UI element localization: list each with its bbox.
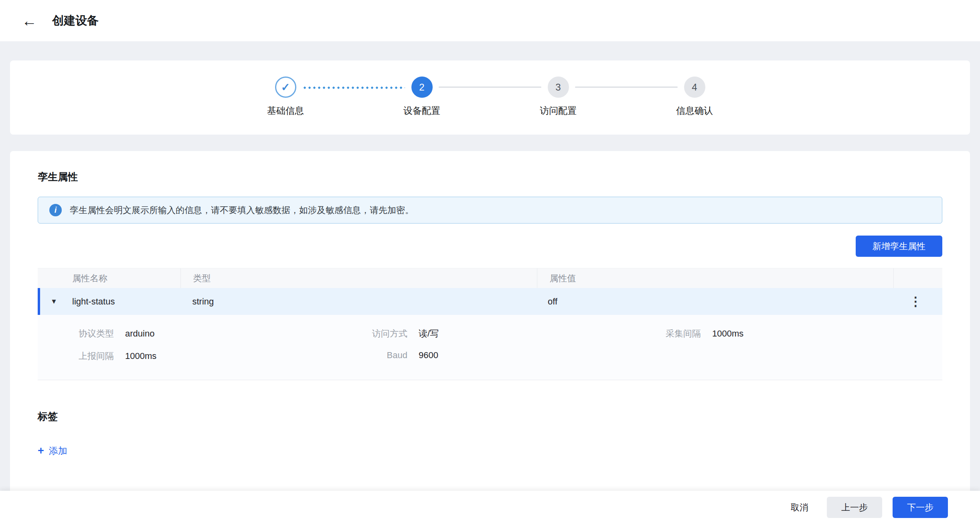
step-device-config[interactable]: 2 设备配置 bbox=[405, 77, 439, 117]
step-connector bbox=[439, 87, 541, 88]
page-content: ✓ 基础信息 2 设备配置 3 访问配置 4 信息确认 孪生属性 bbox=[0, 60, 980, 494]
step-done-circle: ✓ bbox=[275, 77, 296, 98]
expand-toggle-icon[interactable]: ▼ bbox=[51, 298, 63, 306]
row-expanded-details: 协议类型 arduino 访问方式 读/写 采集间隔 1000ms 上报间隔 1… bbox=[38, 315, 942, 380]
add-tag-link[interactable]: + 添加 bbox=[38, 445, 67, 457]
detail-access-mode: 访问方式 读/写 bbox=[355, 328, 649, 340]
step-connector bbox=[575, 87, 678, 88]
step-label: 信息确认 bbox=[676, 105, 713, 117]
add-tag-label: 添加 bbox=[49, 445, 67, 457]
step-basic-info[interactable]: ✓ 基础信息 bbox=[269, 77, 302, 117]
header-bar: ← 创建设备 bbox=[0, 0, 980, 41]
details-grid: 协议类型 arduino 访问方式 读/写 采集间隔 1000ms 上报间隔 1… bbox=[38, 328, 942, 362]
back-icon[interactable]: ← bbox=[22, 13, 37, 28]
step-label: 设备配置 bbox=[403, 105, 440, 117]
step-label: 基础信息 bbox=[267, 105, 304, 117]
plus-icon: + bbox=[38, 445, 44, 456]
step-active-circle: 2 bbox=[411, 77, 433, 98]
column-header-name: 属性名称 bbox=[38, 268, 180, 288]
twin-properties-card: 孪生属性 i 孪生属性会明文展示所输入的信息，请不要填入敏感数据，如涉及敏感信息… bbox=[10, 151, 970, 494]
add-twin-property-button[interactable]: 新增孪生属性 bbox=[856, 236, 942, 257]
cell-type: string bbox=[180, 296, 536, 307]
step-pending-circle: 4 bbox=[684, 77, 705, 98]
stepper-card: ✓ 基础信息 2 设备配置 3 访问配置 4 信息确认 bbox=[10, 60, 970, 135]
info-icon: i bbox=[49, 204, 62, 216]
twin-properties-table: 属性名称 类型 属性值 ▼ light-status string off ⋮ bbox=[38, 268, 942, 380]
table-row[interactable]: ▼ light-status string off ⋮ bbox=[38, 288, 942, 315]
alert-text: 孪生属性会明文展示所输入的信息，请不要填入敏感数据，如涉及敏感信息，请先加密。 bbox=[70, 204, 414, 216]
step-pending-circle: 3 bbox=[548, 77, 569, 98]
twin-info-alert: i 孪生属性会明文展示所输入的信息，请不要填入敏感数据，如涉及敏感信息，请先加密… bbox=[38, 197, 942, 224]
detail-baud: Baud 9600 bbox=[355, 350, 649, 362]
column-header-actions bbox=[893, 268, 942, 288]
wizard-stepper: ✓ 基础信息 2 设备配置 3 访问配置 4 信息确认 bbox=[10, 77, 970, 117]
cell-value: off bbox=[536, 296, 891, 307]
column-header-type: 类型 bbox=[180, 268, 537, 288]
property-name: light-status bbox=[72, 296, 115, 307]
cell-name: ▼ light-status bbox=[40, 296, 180, 307]
twin-toolbar: 新增孪生属性 bbox=[38, 236, 942, 257]
cancel-button[interactable]: 取消 bbox=[784, 497, 816, 518]
column-header-value: 属性值 bbox=[537, 268, 893, 288]
detail-protocol-type: 协议类型 arduino bbox=[62, 328, 355, 340]
detail-report-interval: 上报间隔 1000ms bbox=[62, 350, 355, 362]
step-label: 访问配置 bbox=[540, 105, 577, 117]
tags-section-title: 标签 bbox=[38, 410, 942, 423]
footer-action-bar: 取消 上一步 下一步 bbox=[0, 491, 980, 524]
table-header-row: 属性名称 类型 属性值 bbox=[38, 268, 942, 288]
detail-collect-interval: 采集间隔 1000ms bbox=[649, 328, 942, 340]
cell-actions: ⋮ bbox=[891, 295, 940, 308]
check-icon: ✓ bbox=[281, 81, 290, 94]
twin-section-title: 孪生属性 bbox=[38, 170, 942, 183]
kebab-menu-icon[interactable]: ⋮ bbox=[909, 295, 922, 308]
previous-step-button[interactable]: 上一步 bbox=[827, 497, 882, 518]
page-title: 创建设备 bbox=[52, 13, 99, 29]
step-access-config[interactable]: 3 访问配置 bbox=[541, 77, 575, 117]
step-connector-dotted bbox=[302, 87, 405, 89]
step-info-confirm[interactable]: 4 信息确认 bbox=[678, 77, 711, 117]
next-step-button[interactable]: 下一步 bbox=[893, 497, 948, 518]
